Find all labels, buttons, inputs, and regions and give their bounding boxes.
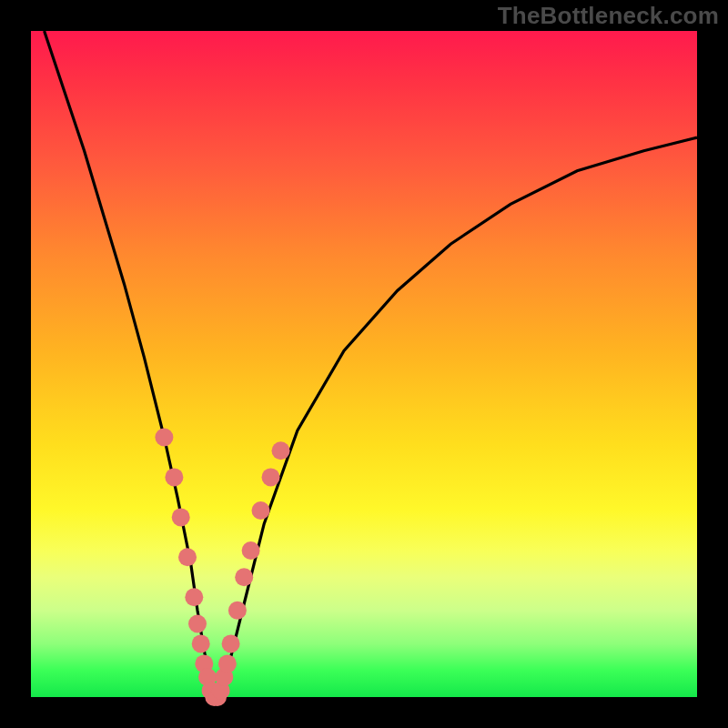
- bottleneck-curve-path: [45, 31, 697, 697]
- highlight-dot: [178, 548, 197, 566]
- watermark-text: TheBottleneck.com: [498, 2, 719, 30]
- highlight-dot: [228, 602, 247, 620]
- highlight-dot: [185, 588, 203, 606]
- highlight-dot: [252, 501, 270, 520]
- highlight-dot: [172, 508, 190, 526]
- highlight-dot: [155, 429, 173, 447]
- highlight-dot: [192, 634, 210, 652]
- plot-area: [31, 31, 697, 697]
- highlight-dot: [222, 634, 240, 652]
- highlight-dot: [242, 541, 260, 560]
- chart-svg: [31, 31, 697, 697]
- chart-frame: TheBottleneck.com: [0, 0, 728, 728]
- highlight-dot: [165, 468, 183, 486]
- highlight-dot: [262, 468, 280, 486]
- highlight-dot: [235, 568, 253, 586]
- highlight-dots-group: [155, 429, 289, 707]
- highlight-dot: [218, 654, 237, 672]
- highlight-dot: [272, 441, 290, 460]
- highlight-dot: [188, 615, 207, 633]
